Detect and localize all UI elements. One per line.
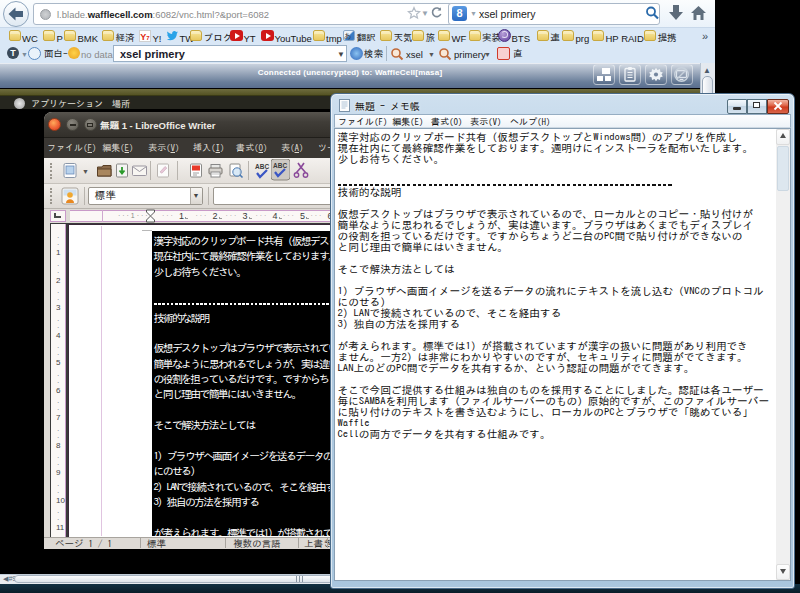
svg-text:ABC: ABC <box>273 162 287 169</box>
svg-text:ABC: ABC <box>255 163 269 170</box>
